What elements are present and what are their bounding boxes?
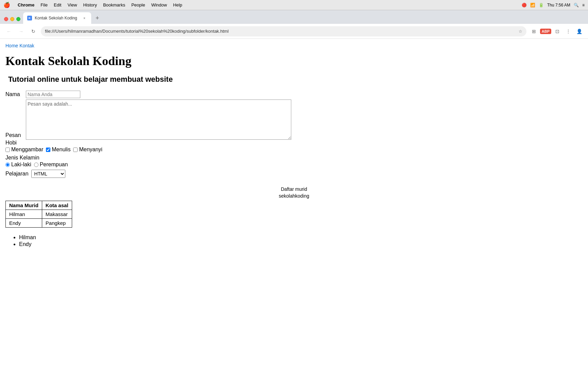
hobi-menggambar: Menggambar [5,147,43,153]
jenis-kelamin-label: Jenis Kelamin [5,155,39,160]
nama-label: Nama [5,91,26,97]
table-header-nama: Nama Murid [6,201,42,210]
battery-status-icon: 🔋 [539,3,544,7]
forward-button[interactable]: → [16,27,26,36]
hobi-menyanyi-label: Menyanyi [79,147,102,153]
jenis-laki-laki: Laki-laki [5,162,31,168]
table-cell-nama-2: Endy [6,219,42,228]
apple-menu[interactable]: 🍎 [3,2,10,8]
breadcrumb: Home Kontak [5,43,583,48]
table-header-row: Nama Murid Kota asal [6,201,72,210]
clock: Thu 7:56 AM [547,3,570,7]
battery-icon: 🔴 [522,3,527,7]
toolbar-right: ⊞ ABP ⊡ ⋮ 👤 [529,27,584,36]
control-center-icon[interactable]: ≡ [582,3,585,7]
nama-input[interactable] [26,91,80,98]
menu-edit[interactable]: Edit [54,2,61,7]
list-item: Hilman [19,234,583,241]
jenis-perempuan: Perempuan [34,162,68,168]
tab-title: Kontak Sekolah Koding [35,16,77,20]
page-content: Home Kontak Kontak Sekolah Koding Tutori… [0,39,588,252]
wifi-icon: 📶 [530,3,535,7]
breadcrumb-current-link[interactable]: Kontak [19,43,34,48]
tab-favicon: K [27,16,32,20]
list-section: Hilman Endy [5,234,583,247]
hobi-menyanyi: Menyanyi [73,147,102,153]
menu-chrome[interactable]: Chrome [18,2,34,7]
search-icon[interactable]: 🔍 [574,3,579,7]
student-list: Hilman Endy [11,234,583,247]
back-button[interactable]: ← [4,27,14,36]
jenis-kelamin-section: Jenis Kelamin Laki-laki Perempuan [5,155,583,168]
menu-people[interactable]: People [131,2,145,7]
minimize-window-button[interactable] [10,17,14,21]
hobi-checkboxes: Menggambar Menulis Menyanyi [5,147,583,153]
table-row: Endy Pangkep [6,219,72,228]
hobi-menggambar-checkbox[interactable] [5,148,10,152]
hobi-menyanyi-checkbox[interactable] [73,148,78,152]
menu-window[interactable]: Window [151,2,167,7]
pesan-row: Pesan Pesan saya adalah... [5,99,583,140]
radio-perempuan[interactable] [34,163,38,167]
active-tab[interactable]: K Kontak Sekolah Koding × [23,12,91,24]
address-icons: ☆ [519,29,522,34]
pelajaran-section: Pelajaran HTML CSS JavaScript PHP [5,170,583,178]
menu-bookmarks[interactable]: Bookmarks [103,2,125,7]
adblock-button[interactable]: ABP [540,29,551,34]
data-table: Nama Murid Kota asal Hilman Makassar End… [5,201,72,228]
tab-bar: K Kontak Sekolah Koding × + [0,10,588,24]
table-row: Hilman Makassar [6,210,72,219]
reload-button[interactable]: ↻ [29,27,38,36]
hobi-section: Hobi Menggambar Menulis Menyanyi [5,140,583,153]
menu-view[interactable]: View [67,2,77,7]
new-tab-button[interactable]: + [93,13,102,23]
star-icon[interactable]: ☆ [519,29,522,34]
page-subtitle: Tutorial online untuk belajar membuat we… [5,75,583,84]
pelajaran-select[interactable]: HTML CSS JavaScript PHP [31,170,65,178]
address-input[interactable]: file:///Users/hilmanramadhan/Documents/t… [41,26,526,36]
hobi-menulis-checkbox[interactable] [46,148,50,152]
menu-bar: 🍎 Chrome File Edit View History Bookmark… [0,0,588,10]
page-title: Kontak Sekolah Koding [5,54,583,68]
jenis-kelamin-options: Laki-laki Perempuan [5,162,583,168]
menu-history[interactable]: History [83,2,97,7]
hobi-menulis: Menulis [46,147,70,153]
menu-help[interactable]: Help [173,2,182,7]
table-header-kota: Kota asal [42,201,72,210]
table-caption: Daftar murid sekolahkoding [5,186,583,199]
extensions-button[interactable]: ⊞ [529,27,539,36]
table-cell-kota-2: Pangkep [42,219,72,228]
cast-button[interactable]: ⊡ [553,27,562,36]
menubar-right: 🔴 📶 🔋 Thu 7:56 AM 🔍 ≡ [522,3,585,7]
pelajaran-label: Pelajaran [5,171,29,177]
hobi-menulis-label: Menulis [52,147,70,153]
table-cell-nama-1: Hilman [6,210,42,219]
label-laki-laki: Laki-laki [11,162,31,168]
more-tools-button[interactable]: ⋮ [564,27,573,36]
user-profile-button[interactable]: 👤 [574,27,584,36]
table-cell-kota-1: Makassar [42,210,72,219]
list-item: Endy [19,241,583,247]
breadcrumb-home-link[interactable]: Home [5,43,18,48]
radio-laki-laki[interactable] [5,163,10,167]
table-section: Daftar murid sekolahkoding Nama Murid Ko… [5,186,583,228]
label-perempuan: Perempuan [40,162,68,168]
traffic-lights [3,17,23,24]
hobi-menggambar-label: Menggambar [11,147,43,153]
menu-file[interactable]: File [40,2,48,7]
close-window-button[interactable] [4,17,8,21]
maximize-window-button[interactable] [16,17,20,21]
url-text: file:///Users/hilmanramadhan/Documents/t… [45,29,517,34]
tab-close-button[interactable]: × [82,15,87,21]
pesan-label: Pesan [5,132,26,140]
hobi-label: Hobi [5,140,17,145]
nama-row: Nama [5,91,583,98]
pesan-textarea[interactable]: Pesan saya adalah... [26,99,291,140]
address-bar: ← → ↻ file:///Users/hilmanramadhan/Docum… [0,24,588,39]
